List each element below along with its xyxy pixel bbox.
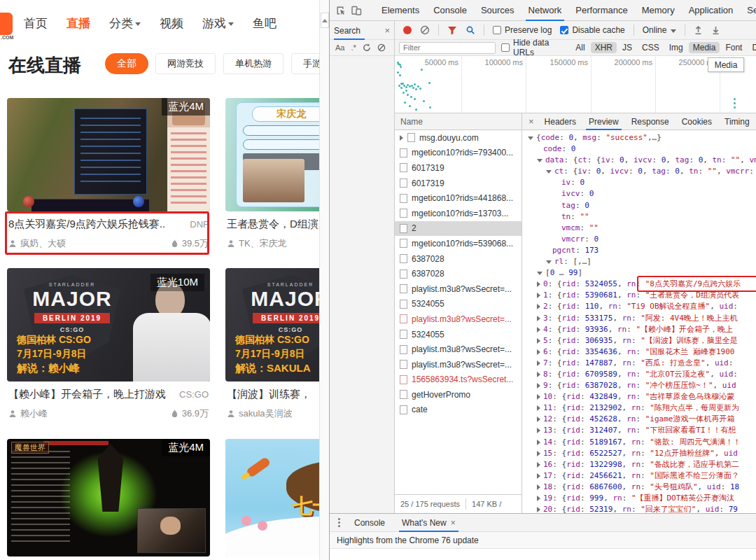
expanded-arrow-icon[interactable] xyxy=(546,170,552,174)
tab-network[interactable]: Network xyxy=(522,0,569,21)
drawer-tab-console[interactable]: Console xyxy=(347,514,392,532)
collapsed-arrow-icon[interactable] xyxy=(537,507,540,512)
preserve-log-checkbox[interactable]: Preserve log xyxy=(493,25,552,35)
collapsed-arrow-icon[interactable] xyxy=(537,338,540,344)
stream-category[interactable]: CS:GO xyxy=(179,389,209,400)
request-row[interactable]: 2 xyxy=(395,221,522,237)
douyu-logo[interactable] xyxy=(0,13,13,35)
streamer-name[interactable]: TK、宋庆龙 xyxy=(239,237,287,250)
network-overview-timeline[interactable]: 50000 ms100000 ms150000 ms200000 ms25000… xyxy=(395,56,756,113)
filter-pill-media[interactable]: Media xyxy=(689,42,720,53)
tab-sources[interactable]: Sources xyxy=(474,0,522,21)
request-row[interactable]: 5324055 xyxy=(395,297,522,312)
json-preview-tree[interactable]: {code: 0, msg: "success",…}code: 0data: … xyxy=(522,130,756,513)
nav-item-直播[interactable]: 直播 xyxy=(66,15,90,31)
json-tree-line[interactable]: 18: {rid: 6867600, rn: "头号狙鸡队", uid: 18 xyxy=(522,482,756,493)
json-tree-line[interactable]: 12: {rid: 452628, rn: "igame游戏一体机再开箱 xyxy=(522,414,756,425)
collapsed-arrow-icon[interactable] xyxy=(537,281,540,287)
json-tree-line[interactable]: 6: {rid: 3354636, rn: "国服花木兰 巅峰赛1900 xyxy=(522,346,756,358)
collapsed-arrow-icon[interactable] xyxy=(537,304,540,309)
filter-pill-img[interactable]: Img xyxy=(665,42,687,53)
clear-search-icon[interactable] xyxy=(377,43,386,52)
json-tree-line[interactable]: {code: 0, msg: "success",…} xyxy=(522,132,756,144)
tab-memory[interactable]: Memory xyxy=(635,0,682,21)
tab-elements[interactable]: Elements xyxy=(374,0,426,21)
request-row[interactable]: 6387028 xyxy=(395,251,522,267)
clear-icon[interactable] xyxy=(420,25,430,35)
json-tree-line[interactable]: pgcnt: 173 xyxy=(522,245,756,256)
filter-all-pill[interactable]: 全部 xyxy=(105,53,148,74)
collapsed-arrow-icon[interactable] xyxy=(537,327,540,332)
requests-name-header[interactable]: Name xyxy=(395,113,522,130)
filter-pill-css[interactable]: CSS xyxy=(638,42,664,53)
close-detail-icon[interactable]: × xyxy=(525,116,538,127)
json-tree-line[interactable]: 4: {rid: 93936, rn: "【赖小峰】开会箱子，晚上 xyxy=(522,324,756,335)
collapsed-arrow-icon[interactable] xyxy=(537,405,540,411)
expanded-arrow-icon[interactable] xyxy=(537,272,542,275)
request-row[interactable]: playlist.m3u8?wsSecret=... xyxy=(395,357,522,372)
json-tree-line[interactable]: 10: {rid: 432849, rn: "吉祥草原金色乌珠穆沁蒙 xyxy=(522,391,756,402)
json-tree-line[interactable]: 13: {rid: 312407, rn: "下班回家看看TI！！有想 xyxy=(522,425,756,436)
expanded-arrow-icon[interactable] xyxy=(528,136,533,140)
stream-title[interactable]: 8点关羽嘉宾/9点跨六娱乐抢钱赛... xyxy=(8,218,166,231)
nav-item-游戏[interactable]: 游戏 xyxy=(202,15,234,31)
collapsed-arrow-icon[interactable] xyxy=(537,484,540,490)
detail-tab-response[interactable]: Response xyxy=(626,113,675,130)
export-har-icon[interactable] xyxy=(711,25,720,35)
json-tree-line[interactable]: 1: {rid: 5390681, rn: "王者悬赏令，D组演员代表 xyxy=(522,290,756,301)
collapsed-arrow-icon[interactable] xyxy=(537,473,540,479)
collapsed-arrow-icon[interactable] xyxy=(537,383,540,388)
search-drawer-tab[interactable]: Search × xyxy=(330,21,395,40)
detail-tab-headers[interactable]: Headers xyxy=(539,113,582,130)
stream-title[interactable]: 【润波】训练赛， xyxy=(227,388,311,401)
json-tree-line[interactable]: tn: "" xyxy=(522,211,756,223)
json-tree-line[interactable]: data: {ct: {iv: 0, ivcv: 0, tag: 0, tn: … xyxy=(522,155,756,166)
collapsed-arrow-icon[interactable] xyxy=(537,316,540,321)
json-tree-line[interactable]: 7: {rid: 147887, rn: "西瓜: 打造念皇", uid: xyxy=(522,358,756,369)
network-filter-input[interactable] xyxy=(399,42,496,54)
checkbox-checked[interactable] xyxy=(560,26,568,34)
json-tree-line[interactable]: 20: {rid: 52319, rn: "回来了宝宝们", uid: 79 xyxy=(522,504,756,513)
json-tree-line[interactable]: ivcv: 0 xyxy=(522,188,756,200)
json-tree-line[interactable]: 0: {rid: 5324055, rn: "8点关羽嘉宾/9点跨六娱乐 xyxy=(522,279,756,290)
scroll-up-button[interactable] xyxy=(321,13,329,28)
collapsed-arrow-icon[interactable] xyxy=(537,440,540,445)
filter-pill-js[interactable]: JS xyxy=(618,42,636,53)
collapsed-arrow-icon[interactable] xyxy=(537,416,540,422)
json-tree-line[interactable]: ct: {iv: 0, ivcv: 0, tag: 0, tn: "", vmc… xyxy=(522,166,756,177)
collapsed-arrow-icon[interactable] xyxy=(537,349,540,355)
json-tree-line[interactable]: [0 … 99] xyxy=(522,267,756,279)
json-tree-line[interactable]: tag: 0 xyxy=(522,200,756,211)
request-row[interactable]: 1565863934.ts?wsSecret... xyxy=(395,372,522,388)
filter-pill-font[interactable]: Font xyxy=(721,42,746,53)
json-tree-line[interactable]: code: 0 xyxy=(522,144,756,155)
request-row[interactable]: playlist.m3u8?wsSecret=... xyxy=(395,281,522,297)
collapsed-arrow-icon[interactable] xyxy=(537,462,540,468)
stream-category[interactable]: DNF xyxy=(190,219,209,230)
checkbox-unchecked[interactable] xyxy=(493,26,501,34)
inspect-element-icon[interactable] xyxy=(335,5,346,16)
collapsed-arrow-icon[interactable] xyxy=(537,451,540,456)
close-icon[interactable]: × xyxy=(384,25,390,36)
nav-item-分类[interactable]: 分类 xyxy=(109,15,141,31)
json-tree-line[interactable]: 9: {rid: 6387028, rn: "冲个榜压压惊~！", uid xyxy=(522,380,756,391)
disable-cache-checkbox[interactable]: Disable cache xyxy=(560,25,624,35)
stream-thumbnail[interactable]: 蓝光4M xyxy=(7,98,210,211)
search-icon[interactable] xyxy=(465,25,475,35)
expanded-arrow-icon[interactable] xyxy=(546,260,552,264)
record-button[interactable] xyxy=(403,26,412,34)
collapsed-arrow-icon[interactable] xyxy=(537,428,540,433)
whats-new-headline[interactable]: Highlights from the Chrome 76 update xyxy=(330,532,756,549)
detail-tab-preview[interactable]: Preview xyxy=(583,113,624,130)
request-row[interactable]: getHoverPromo xyxy=(395,387,522,402)
collapsed-arrow-icon[interactable] xyxy=(537,394,540,400)
tab-performance[interactable]: Performance xyxy=(568,0,634,21)
device-toolbar-icon[interactable] xyxy=(351,5,362,16)
streamer-name[interactable]: 赖小峰 xyxy=(20,407,48,420)
filter-funnel-icon[interactable] xyxy=(447,26,457,35)
filter-pill-xhr[interactable]: XHR xyxy=(591,42,617,53)
request-row[interactable]: playlist.m3u8?wsSecret=... xyxy=(395,342,522,357)
json-tree-line[interactable]: 17: {rid: 2456621, rn: "国际黑谁不给三分薄面？ xyxy=(522,470,756,482)
detail-tab-timing[interactable]: Timing xyxy=(719,113,755,130)
category-tab-单机热游[interactable]: 单机热游 xyxy=(223,53,284,74)
